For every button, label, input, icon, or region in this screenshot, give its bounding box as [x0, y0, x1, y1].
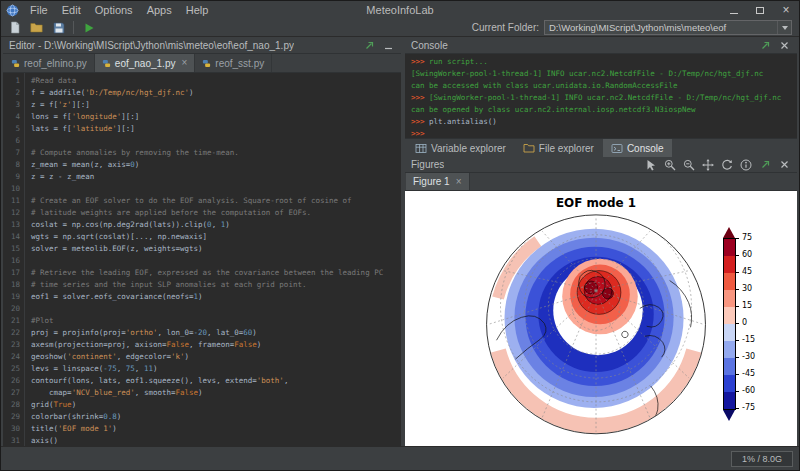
- rotate-tool-icon[interactable]: [720, 158, 734, 172]
- editor-tab-reof_elnino.py[interactable]: reof_elnino.py: [4, 54, 95, 72]
- code-token: levs = linspace(: [31, 364, 103, 373]
- identify-info-icon[interactable]: [739, 158, 753, 172]
- code-line: colorbar(shrink=0.8): [31, 411, 401, 423]
- line-number: 11: [3, 195, 20, 207]
- code-token: ][:]: [72, 100, 90, 109]
- code-token: axesm(projection=proj, axison=: [31, 340, 166, 349]
- pan-tool-icon[interactable]: [701, 158, 715, 172]
- editor-tab-close-icon[interactable]: ×: [181, 58, 187, 68]
- code-token: False: [176, 388, 199, 397]
- console-float-icon[interactable]: [758, 38, 772, 52]
- line-number: 10: [3, 183, 20, 195]
- figures-float-icon[interactable]: [758, 158, 772, 172]
- editor-tab-label: eof_nao_1.py: [115, 58, 176, 69]
- editor-panel-title: Editor - D:\Working\MIScript\Jython\mis\…: [9, 40, 294, 51]
- line-number: 31: [3, 435, 20, 446]
- dock-tab-file-explorer[interactable]: File explorer: [515, 139, 602, 157]
- menu-file[interactable]: File: [23, 1, 55, 19]
- line-number: 29: [3, 411, 20, 423]
- code-token: coslat = np.cos(np.deg2rad(lats)).clip(: [31, 220, 207, 229]
- dock-tab-console[interactable]: Console: [603, 139, 672, 157]
- code-lines: #Read dataf = addfile('D:/Temp/nc/hgt_dj…: [25, 73, 401, 446]
- folder-icon: [523, 143, 535, 153]
- figure-tab-close-icon[interactable]: ×: [456, 177, 462, 187]
- console-line: >>> [SwingWorker-pool-1-thread-1] INFO u…: [411, 92, 797, 104]
- line-number: 13: [3, 219, 20, 231]
- menu-help[interactable]: Help: [179, 1, 216, 19]
- maximize-button[interactable]: [747, 1, 773, 19]
- console-panel: Console >>> run script...[SwingWorker-po…: [405, 37, 797, 157]
- code-token: cmap=: [31, 388, 72, 397]
- new-file-button[interactable]: [5, 20, 24, 36]
- line-number: 4: [3, 111, 20, 123]
- line-number: 27: [3, 387, 20, 399]
- code-line: # Retrieve the leading EOF, expressed as…: [31, 267, 401, 279]
- figures-close-icon[interactable]: [777, 158, 791, 172]
- code-token: 'continent': [67, 352, 117, 361]
- close-button[interactable]: ×: [773, 1, 799, 19]
- run-script-button[interactable]: [79, 20, 98, 36]
- zoom-out-icon[interactable]: [682, 158, 696, 172]
- code-token: , frameon=: [189, 340, 234, 349]
- figure-tab[interactable]: Figure 1 ×: [406, 173, 470, 190]
- figure-tab-label: Figure 1: [413, 176, 450, 187]
- combo-dropdown-icon[interactable]: [777, 21, 791, 34]
- current-folder-combobox[interactable]: D:\Working\MIScript\Jython\mis\meteo\eof: [544, 20, 792, 35]
- code-token: # Retrieve the leading EOF, expressed as…: [31, 268, 383, 277]
- console-prompt: >>>: [411, 117, 429, 126]
- code-token: True: [54, 400, 72, 409]
- line-number: 24: [3, 351, 20, 363]
- zoom-in-icon[interactable]: [663, 158, 677, 172]
- minimize-button[interactable]: [721, 1, 747, 19]
- code-token: 0.8: [103, 412, 117, 421]
- select-tool-icon[interactable]: [644, 158, 658, 172]
- editor-minimize-icon[interactable]: [381, 38, 395, 52]
- code-line: geoshow('continent', edgecolor='k'): [31, 351, 401, 363]
- dock-tab-variable-explorer[interactable]: Variable explorer: [407, 139, 514, 157]
- editor-tab-eof_nao_1.py[interactable]: eof_nao_1.py×: [95, 54, 195, 72]
- code-line: [31, 135, 401, 147]
- line-number: 3: [3, 99, 20, 111]
- editor-float-icon[interactable]: [362, 38, 376, 52]
- open-file-button[interactable]: [27, 20, 46, 36]
- menu-options[interactable]: Options: [88, 1, 140, 19]
- code-token: ): [72, 400, 77, 409]
- code-token: False: [166, 340, 189, 349]
- line-number: 30: [3, 423, 20, 435]
- figure-canvas[interactable]: EOF mode 1: [405, 191, 797, 446]
- code-token: 75: [126, 364, 135, 373]
- current-folder-label: Current Folder:: [472, 22, 539, 33]
- run-icon: [83, 22, 95, 34]
- code-token: colorbar(shrink=: [31, 412, 103, 421]
- console-text: [SwingWorker-pool-1-thread-1] INFO ucar.…: [429, 93, 781, 102]
- code-token: axis(): [31, 436, 58, 445]
- console-output[interactable]: >>> run script...[SwingWorker-pool-1-thr…: [405, 54, 797, 138]
- editor-tab-reof_sst.py[interactable]: reof_sst.py: [195, 54, 272, 72]
- code-token: ,: [284, 376, 289, 385]
- code-token: 'EOF mode 1': [58, 424, 112, 433]
- code-token: False: [234, 340, 257, 349]
- console-text: [SwingWorker-pool-1-thread-1] INFO ucar.…: [411, 69, 763, 78]
- code-token: 'latitude': [72, 124, 117, 133]
- menu-edit[interactable]: Edit: [55, 1, 88, 19]
- code-line: # time series and the input SLP anomalie…: [31, 279, 401, 291]
- editor-panel-icons: [362, 38, 395, 52]
- code-line: axesm(projection=proj, axison=False, fra…: [31, 339, 401, 351]
- code-line: cmap='NCV_blue_red', smooth=False): [31, 387, 401, 399]
- line-number: 7: [3, 147, 20, 159]
- code-token: 'longitude': [72, 112, 122, 121]
- code-token: 'z': [58, 100, 72, 109]
- save-button[interactable]: [49, 20, 68, 36]
- figures-panel-title: Figures: [411, 159, 444, 170]
- code-line: # latitude weights are applied before th…: [31, 207, 401, 219]
- code-editor[interactable]: 1234567891011121314151617181920212223242…: [3, 73, 401, 446]
- toolbar-separator: [73, 21, 74, 34]
- line-number: 28: [3, 399, 20, 411]
- console-close-icon[interactable]: [777, 38, 791, 52]
- code-line: [31, 303, 401, 315]
- memory-indicator[interactable]: 1% / 8.0G: [731, 451, 793, 467]
- menu-apps[interactable]: Apps: [140, 1, 179, 19]
- code-token: # Compute anomalies by removing the time…: [31, 148, 239, 157]
- code-line: #Plot: [31, 315, 401, 327]
- line-number: 17: [3, 267, 20, 279]
